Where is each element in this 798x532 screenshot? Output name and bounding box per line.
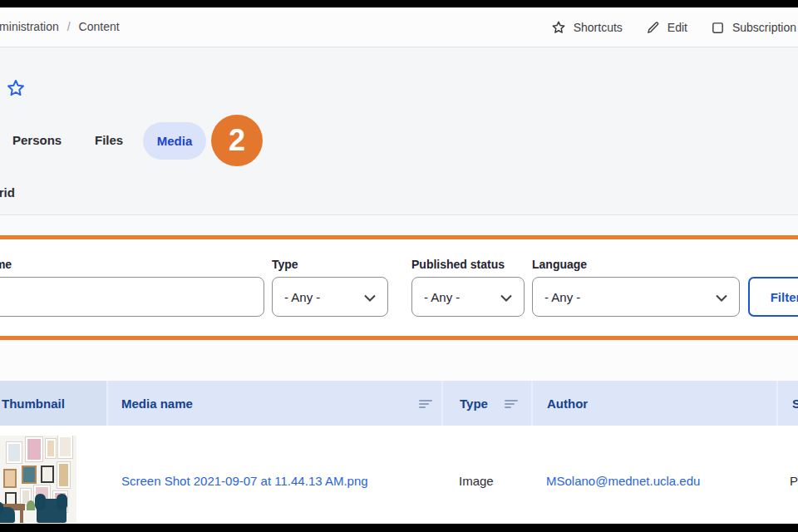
view-mode-grid[interactable]: Grid — [0, 185, 15, 200]
star-icon — [551, 20, 566, 35]
media-name-label: Media name — [0, 258, 12, 271]
column-header-author: Author — [547, 381, 588, 426]
chevron-down-icon — [500, 290, 512, 304]
type-select-value: - Any - — [284, 290, 320, 304]
tab-files[interactable]: Files — [95, 133, 123, 147]
column-header-type[interactable]: Type — [460, 381, 488, 426]
screen: Administration / Content Shortcuts Edit — [0, 0, 798, 532]
column-separator — [531, 381, 533, 426]
admin-toolbar: Administration / Content Shortcuts Edit — [0, 7, 798, 47]
breadcrumb: Administration / Content — [0, 20, 120, 33]
breadcrumb-content[interactable]: Content — [79, 20, 120, 33]
favorite-star-icon[interactable] — [6, 78, 26, 101]
toolbar-actions: Shortcuts Edit Subscription — [551, 7, 796, 47]
subscription-label: Subscription — [732, 21, 796, 34]
language-select-value: - Any - — [544, 290, 580, 304]
column-separator — [776, 381, 778, 426]
media-name-input[interactable] — [0, 277, 264, 317]
media-type-cell: Image — [459, 474, 494, 488]
tab-media[interactable]: Media — [143, 122, 206, 160]
breadcrumb-administration[interactable]: Administration — [0, 20, 59, 33]
published-status-select-value: - Any - — [424, 290, 460, 304]
published-status-label: Published status — [411, 258, 505, 271]
edit-label: Edit — [667, 21, 687, 34]
table-header: Thumbnail Media name Type Author Status — [0, 381, 798, 426]
edit-button[interactable]: Edit — [646, 21, 687, 35]
published-status-select[interactable]: - Any - — [411, 277, 525, 317]
column-header-status: Status — [792, 381, 798, 426]
tab-persons[interactable]: Persons — [12, 133, 62, 147]
type-label: Type — [272, 258, 298, 271]
table-top-gap — [0, 340, 798, 381]
table-row: Screen Shot 2021-09-07 at 11.44.13 AM.pn… — [0, 426, 798, 524]
column-header-thumbnail: Thumbnail — [2, 381, 65, 426]
type-select[interactable]: - Any - — [272, 277, 388, 317]
chevron-down-icon — [364, 290, 376, 304]
column-header-media-name[interactable]: Media name — [121, 381, 193, 426]
page-header-area — [0, 47, 798, 214]
language-select[interactable]: - Any - — [532, 277, 740, 317]
sort-icon[interactable] — [505, 400, 519, 408]
media-thumbnail-image — [0, 436, 76, 523]
chevron-down-icon — [716, 290, 727, 304]
subscription-button[interactable]: Subscription — [711, 21, 796, 35]
sort-icon[interactable] — [419, 400, 433, 408]
breadcrumb-separator: / — [67, 20, 71, 33]
pencil-icon — [646, 21, 660, 35]
filter-button[interactable]: Filter — [748, 277, 798, 317]
column-separator — [106, 381, 108, 426]
annotation-step-badge: 2 — [211, 115, 263, 166]
view-mode-strip — [0, 214, 798, 235]
status-cell: Published — [790, 474, 798, 488]
author-link[interactable]: MSolano@mednet.ucla.edu — [546, 474, 700, 488]
checkbox-icon — [711, 21, 725, 35]
media-name-link[interactable]: Screen Shot 2021-09-07 at 11.44.13 AM.pn… — [121, 474, 368, 488]
language-label: Language — [532, 258, 587, 271]
column-separator — [441, 381, 443, 426]
shortcuts-label: Shortcuts — [574, 21, 623, 34]
shortcuts-button[interactable]: Shortcuts — [551, 20, 623, 35]
